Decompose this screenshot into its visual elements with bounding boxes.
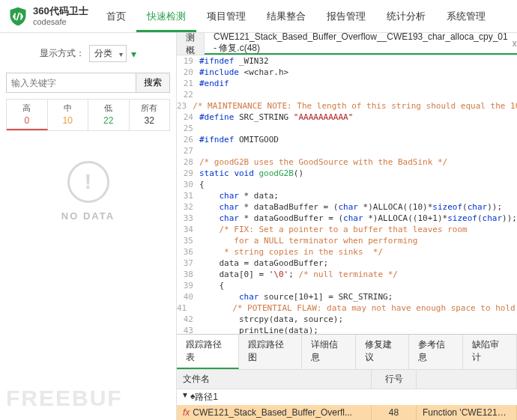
search-button[interactable]: 搜索 [136,73,170,93]
search-input[interactable] [6,73,136,93]
code-line[interactable]: 38 data[0] = '\0'; /* null terminate */ [177,269,517,280]
bottom-panel: 跟踪路径表跟踪路径图详细信息修复建议参考信息缺陷审计 文件名 行号 ▼ ♠ 路径… [177,334,517,420]
code-line[interactable]: 21#endif [177,78,517,89]
code-line[interactable]: 33 char * dataGoodBuffer = (char *)ALLOC… [177,213,517,224]
code-line[interactable]: 43 printLine(data); [177,325,517,334]
nav-item[interactable]: 结果整合 [256,0,316,32]
code-line[interactable]: 36 * string copies in the sinks */ [177,246,517,258]
code-line[interactable]: 40 char source[10+1] = SRC_STRING; [177,291,517,302]
code-line[interactable]: 42 strcpy(data, source); [177,314,517,325]
display-mode-select[interactable]: 分类 ▾ [89,45,127,62]
code-line[interactable]: 22 [177,89,517,100]
code-line[interactable]: 26#ifndef OMITGOOD [177,134,517,145]
trace-path-group[interactable]: ▼ ♠ 路径1 [177,389,517,405]
caret-down-icon: ▾ [119,49,123,58]
code-line[interactable]: 25 [177,123,517,134]
editor-tab[interactable]: 检测概况 [177,33,205,55]
editor-tab[interactable]: CWE121_Stack_Based_Buffer_Overflow__CWE1… [205,33,517,55]
severity-cell[interactable]: 中10 [48,100,89,130]
code-line[interactable]: 23/* MAINTENANCE NOTE: The length of thi… [177,100,517,112]
nav-item[interactable]: 统计分析 [376,0,436,32]
code-line[interactable]: 32 char * dataBadBuffer = (char *)ALLOCA… [177,201,517,213]
severity-cell[interactable]: 高0 [7,100,48,130]
display-mode-label: 显示方式： [40,47,85,60]
col-desc [417,370,517,389]
exclamation-icon: ! [67,161,109,203]
function-icon: fx [183,407,190,418]
code-line[interactable]: 35 for a NULL terminator when performing [177,235,517,246]
close-icon[interactable]: x [513,38,517,49]
bottom-tab[interactable]: 跟踪路径表 [177,335,239,369]
code-line[interactable]: 28/* goodG2B uses the GoodSource with th… [177,156,517,168]
main-nav: 首页快速检测项目管理结果整合报告管理统计分析系统管理 [96,0,496,32]
logo: 360代码卫士 codesafe [0,6,96,27]
severity-filter: 高0中10低22所有32 [6,99,170,131]
bottom-tab[interactable]: 详细信息 [302,335,356,369]
code-line[interactable]: 37 data = dataGoodBuffer; [177,258,517,269]
nav-item[interactable]: 首页 [96,0,136,32]
trace-row[interactable]: fxCWE121_Stack_Based_Buffer_Overfl... 48… [177,405,517,420]
editor-tabs: 检测概况CWE121_Stack_Based_Buffer_Overflow__… [177,33,517,55]
logo-title-cn: 360代码卫士 [33,6,88,16]
bottom-tab[interactable]: 修复建议 [356,335,410,369]
nav-item[interactable]: 项目管理 [196,0,256,32]
col-line: 行号 [372,370,417,389]
bottom-tab[interactable]: 参考信息 [409,335,463,369]
sidebar: 显示方式： 分类 ▾ ▾ 搜索 高0中10低22所有32 ! NO DATA [0,33,177,420]
nav-item[interactable]: 快速检测 [136,0,196,32]
collapse-icon: ▼ [181,391,189,404]
no-data-placeholder: ! NO DATA [6,161,170,222]
code-line[interactable]: 20#include <wchar.h> [177,67,517,78]
code-line[interactable]: 31 char * data; [177,190,517,201]
col-filename: 文件名 [177,370,372,389]
code-line[interactable]: 24#define SRC_STRING "AAAAAAAAAA" [177,112,517,123]
severity-cell[interactable]: 所有32 [130,100,170,130]
bottom-tab[interactable]: 缺陷审计 [463,335,517,369]
code-line[interactable]: 41 /* POTENTIAL FLAW: data may not have … [177,302,517,314]
code-line[interactable]: 39 { [177,280,517,291]
code-line[interactable]: 19#ifndef _WIN32 [177,55,517,67]
code-line[interactable]: 29static void goodG2B() [177,168,517,179]
severity-cell[interactable]: 低22 [88,100,130,130]
filter-icon[interactable]: ▾ [131,48,136,60]
code-line[interactable]: 27 [177,145,517,156]
code-editor[interactable]: 19#ifndef _WIN3220#include <wchar.h>21#e… [177,55,517,334]
logo-title-en: codesafe [33,17,88,26]
nav-item[interactable]: 系统管理 [436,0,496,32]
nav-item[interactable]: 报告管理 [316,0,376,32]
bottom-tab[interactable]: 跟踪路径图 [239,335,301,369]
code-line[interactable]: 34 /* FIX: Set a pointer to a buffer tha… [177,224,517,235]
code-line[interactable]: 30{ [177,179,517,190]
shield-icon [7,6,28,27]
